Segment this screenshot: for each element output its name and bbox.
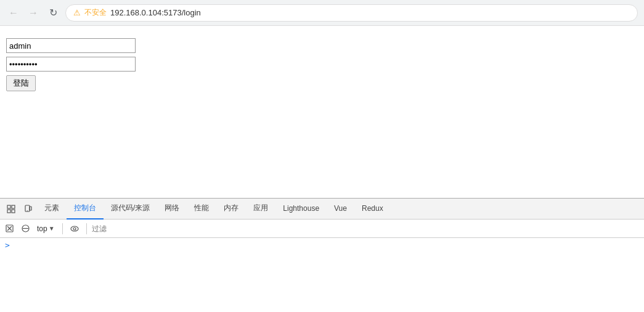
page-content: 登陆: [0, 26, 644, 149]
eye-button[interactable]: [68, 222, 81, 236]
console-caret: >: [5, 240, 10, 250]
tab-console[interactable]: 控制台: [67, 199, 104, 220]
filter-input[interactable]: [92, 223, 644, 235]
svg-rect-1: [7, 210, 10, 213]
address-bar[interactable]: ⚠ 不安全 192.168.0.104:5173/login: [65, 4, 638, 22]
devtools-panel: 元素 控制台 源代码/来源 网络 性能 内存 应用 Lighthouse: [0, 198, 644, 312]
devtools-inspect-button[interactable]: [2, 200, 20, 218]
svg-rect-6: [30, 207, 31, 210]
password-input[interactable]: [6, 57, 136, 72]
tab-vue[interactable]: Vue: [327, 199, 354, 220]
context-label: top: [37, 224, 47, 233]
back-button[interactable]: ←: [6, 6, 21, 20]
svg-rect-3: [12, 210, 15, 213]
svg-point-13: [73, 228, 76, 230]
devtools-console: >: [0, 238, 644, 312]
login-form: 登陆: [6, 38, 136, 91]
svg-point-12: [71, 226, 78, 231]
context-selector[interactable]: top ▼: [35, 223, 57, 234]
security-warning-icon: ⚠: [73, 8, 81, 17]
svg-rect-0: [7, 205, 10, 208]
toolbar-divider: [62, 223, 63, 234]
tab-performance[interactable]: 性能: [187, 199, 216, 220]
reload-button[interactable]: ↻: [46, 6, 60, 20]
browser-chrome: ← → ↻ ⚠ 不安全 192.168.0.104:5173/login: [0, 0, 644, 26]
tab-redux[interactable]: Redux: [354, 199, 391, 220]
toolbar-divider-2: [86, 223, 87, 234]
tab-elements[interactable]: 元素: [37, 199, 67, 220]
tab-memory[interactable]: 内存: [216, 199, 246, 220]
devtools-tabs-bar: 元素 控制台 源代码/来源 网络 性能 内存 应用 Lighthouse: [0, 199, 644, 220]
tab-application[interactable]: 应用: [246, 199, 275, 220]
context-arrow-icon: ▼: [49, 225, 55, 232]
url-text: 192.168.0.104:5173/login: [110, 8, 201, 17]
tab-lighthouse[interactable]: Lighthouse: [275, 199, 327, 220]
insecure-label: 不安全: [84, 7, 107, 18]
tab-source[interactable]: 源代码/来源: [104, 199, 157, 220]
devtools-toolbar: top ▼: [0, 220, 644, 238]
svg-rect-2: [12, 205, 15, 208]
browser-window: ← → ↻ ⚠ 不安全 192.168.0.104:5173/login 登陆: [0, 0, 644, 312]
tab-network[interactable]: 网络: [157, 199, 187, 220]
devtools-device-button[interactable]: [20, 200, 37, 218]
login-button[interactable]: 登陆: [6, 75, 36, 91]
clear-console-button[interactable]: [2, 222, 16, 236]
svg-rect-5: [27, 210, 28, 211]
username-input[interactable]: [6, 38, 136, 53]
block-button[interactable]: [18, 222, 32, 236]
forward-button[interactable]: →: [26, 6, 41, 20]
